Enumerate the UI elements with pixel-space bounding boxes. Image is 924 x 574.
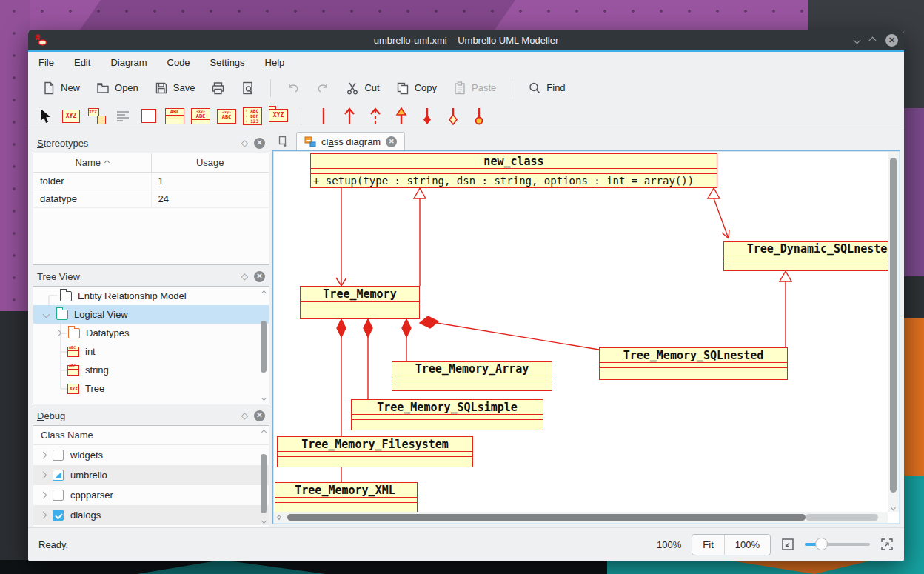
canvas-horizontal-scrollbar[interactable] xyxy=(274,512,888,523)
debug-item-dialogs[interactable]: dialogs xyxy=(33,505,269,525)
canvas-vertical-scrollbar[interactable] xyxy=(888,152,899,512)
tree-item-entity-relationship-model[interactable]: Entity Relationship Model xyxy=(33,287,269,305)
tree-item-logical-view[interactable]: Logical View xyxy=(33,305,269,324)
checkbox-unchecked[interactable] xyxy=(53,450,64,461)
menu-code[interactable]: Code xyxy=(167,57,190,68)
text-tool[interactable]: XYZ xyxy=(61,107,81,126)
selection-arrow-tool[interactable] xyxy=(36,107,55,126)
main-toolbar: New Open Save xyxy=(28,73,904,102)
class-box-tree-memory-array[interactable]: Tree_Memory_Array xyxy=(392,361,552,391)
attributes-section xyxy=(311,169,717,174)
expander-collapsed-icon[interactable] xyxy=(40,452,47,459)
expander-collapsed-icon[interactable] xyxy=(55,330,62,337)
class-box-tree-memory-filesystem[interactable]: Tree_Memory_Filesystem xyxy=(277,436,473,467)
menu-help[interactable]: Help xyxy=(265,57,285,68)
class-box-tree-memory-sqlsimple[interactable]: Tree_Memory_SQLsimple xyxy=(351,399,543,430)
fullscreen-icon[interactable] xyxy=(880,538,894,551)
class-box-new-class[interactable]: new_class + setup(type : string, dsn : s… xyxy=(310,153,717,188)
expander-expanded-icon[interactable] xyxy=(43,311,50,318)
tree-item-datatypes[interactable]: Datatypes xyxy=(33,324,269,342)
dependency-tool[interactable] xyxy=(366,107,385,126)
stereotypes-panel: Stereotypes ◇ ✕ Name Usage folder 1 xyxy=(33,133,270,265)
float-panel-icon[interactable]: ◇ xyxy=(241,138,248,148)
zoom-slider[interactable] xyxy=(805,538,870,551)
generalization-tool[interactable] xyxy=(392,107,411,126)
debug-item-widgets[interactable]: widgets xyxy=(33,445,269,465)
slider-handle[interactable] xyxy=(815,538,828,550)
debug-scrollbar[interactable] xyxy=(259,427,268,525)
composition-tool[interactable] xyxy=(418,107,437,126)
package-tool[interactable]: XYZ xyxy=(269,107,288,126)
close-button[interactable]: ✕ xyxy=(886,34,898,47)
save-button[interactable]: Save xyxy=(148,78,202,99)
debug-panel-header[interactable]: Debug ◇ ✕ xyxy=(33,406,270,425)
enum-tool[interactable]: · ABC· DEF· 123 xyxy=(243,107,262,126)
interface-tool[interactable]: «xy» ABC xyxy=(191,107,210,126)
containment-tool[interactable] xyxy=(469,107,489,126)
class-box-tree-memory[interactable]: Tree_Memory xyxy=(300,286,420,319)
paste-button[interactable]: Paste xyxy=(446,78,503,99)
copy-icon xyxy=(396,81,409,95)
tree-item-tree[interactable]: Tree xyxy=(33,379,269,398)
align-tool[interactable] xyxy=(113,107,133,126)
copy-button[interactable]: Copy xyxy=(389,78,443,99)
minimize-button[interactable] xyxy=(854,36,861,44)
edge-generalization xyxy=(708,188,729,238)
new-tab-button[interactable] xyxy=(272,133,295,150)
new-button[interactable]: New xyxy=(36,78,87,99)
undo-button[interactable] xyxy=(280,78,307,99)
redo-button[interactable] xyxy=(309,78,336,99)
class-box-tree-dynamic-sqlnested[interactable]: Tree_Dynamic_SQLnested xyxy=(723,241,888,271)
cut-button[interactable]: Cut xyxy=(339,78,386,99)
expander-collapsed-icon[interactable] xyxy=(40,472,47,479)
tree-item-int[interactable]: int xyxy=(33,342,269,361)
association-tool[interactable] xyxy=(314,107,333,126)
stereotype-row[interactable]: folder 1 xyxy=(33,173,269,190)
tree-item-string[interactable]: string xyxy=(33,361,269,379)
datatype-tool[interactable]: «xy» ABC xyxy=(217,107,236,126)
fit-window-icon[interactable] xyxy=(781,538,794,551)
float-panel-icon[interactable]: ◇ xyxy=(241,271,248,281)
menu-file[interactable]: File xyxy=(38,57,54,68)
tab-close-icon[interactable]: ✕ xyxy=(386,136,397,147)
note-anchor-tool[interactable]: XYZ xyxy=(87,107,107,126)
box-tool[interactable] xyxy=(139,107,158,126)
expander-collapsed-icon[interactable] xyxy=(40,512,47,519)
maximize-button[interactable] xyxy=(869,36,877,44)
checkbox-partial[interactable] xyxy=(53,470,64,481)
stereotypes-panel-header[interactable]: Stereotypes ◇ ✕ xyxy=(33,133,270,153)
tree-view-panel-header[interactable]: Tree View ◇ ✕ xyxy=(33,267,270,286)
zoom-100-button[interactable]: 100% xyxy=(724,535,770,555)
fit-button[interactable]: Fit xyxy=(692,535,723,555)
directed-association-tool[interactable] xyxy=(340,107,359,126)
diagram-canvas[interactable]: new_class + setup(type : string, dsn : s… xyxy=(275,152,888,512)
debug-item-umbrello[interactable]: umbrello xyxy=(33,465,269,485)
class-box-tree-memory-xml[interactable]: Tree_Memory_XML xyxy=(275,482,418,512)
print-button[interactable] xyxy=(204,78,232,99)
print-preview-button[interactable] xyxy=(235,78,261,99)
debug-column-header[interactable]: Class Name xyxy=(33,426,269,445)
menu-diagram[interactable]: Diagram xyxy=(110,57,147,68)
close-panel-icon[interactable]: ✕ xyxy=(254,271,265,282)
close-panel-icon[interactable]: ✕ xyxy=(254,138,265,149)
tab-label: class diagram xyxy=(321,136,381,147)
checkbox-checked[interactable] xyxy=(53,510,64,521)
attributes-section xyxy=(278,452,472,457)
tree-view-scrollbar[interactable] xyxy=(259,288,268,402)
debug-item-cppparser[interactable]: cppparser xyxy=(33,485,269,505)
find-button[interactable]: Find xyxy=(521,78,572,99)
menu-edit[interactable]: Edit xyxy=(74,57,90,68)
class-tool[interactable]: ABC xyxy=(165,107,184,126)
open-button[interactable]: Open xyxy=(90,78,145,99)
checkbox-unchecked[interactable] xyxy=(53,490,64,501)
expander-collapsed-icon[interactable] xyxy=(40,492,47,499)
stereotype-row[interactable]: datatype 24 xyxy=(33,190,269,208)
float-panel-icon[interactable]: ◇ xyxy=(241,410,248,421)
aggregation-tool[interactable] xyxy=(443,107,463,126)
close-panel-icon[interactable]: ✕ xyxy=(254,410,265,421)
menu-settings[interactable]: Settings xyxy=(210,57,245,68)
stereotypes-table-header[interactable]: Name Usage xyxy=(33,153,269,173)
titlebar[interactable]: umbrello-uml.xmi – Umbrello UML Modeller… xyxy=(28,30,904,50)
tab-class-diagram[interactable]: class diagram ✕ xyxy=(296,132,405,150)
class-box-tree-memory-sqlnested[interactable]: Tree_Memory_SQLnested xyxy=(599,347,788,380)
